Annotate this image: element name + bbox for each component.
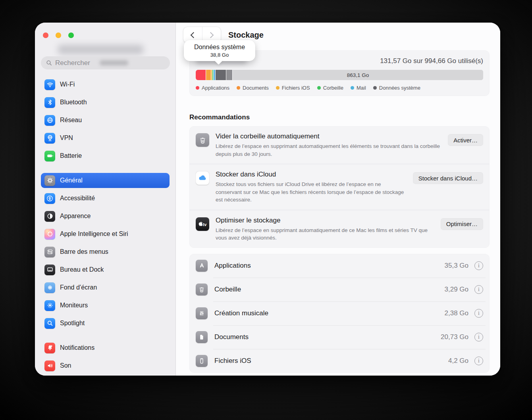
- apple-tv-icon: tv: [196, 217, 209, 231]
- desktop-dock-icon: [44, 265, 55, 275]
- recommendation-store-in-icloud: Stocker dans iCloud Stockez tous vos fic…: [189, 164, 490, 210]
- sidebar-group-alerts: Notifications Son: [41, 340, 170, 373]
- sidebar-item-fond-decran[interactable]: Fond d’écran: [41, 280, 170, 295]
- sidebar-item-label: Apparence: [60, 213, 91, 220]
- category-size: 4,2 Go: [448, 357, 468, 365]
- displays-icon: [44, 300, 55, 311]
- category-label: Création musicale: [214, 309, 445, 317]
- storage-segment-free[interactable]: 863,1 Go: [233, 70, 483, 80]
- category-label: Fichiers iOS: [214, 357, 448, 365]
- activer-button[interactable]: Activer…: [448, 134, 483, 146]
- document-icon: [196, 331, 208, 343]
- storage-segment-donnees-systeme[interactable]: [216, 70, 226, 80]
- info-icon[interactable]: i: [474, 285, 483, 294]
- storage-segment-tooltip: Données système 38,8 Go: [184, 40, 255, 61]
- sidebar-item-vpn[interactable]: VPN: [41, 130, 170, 146]
- legend-item-mail: Mail: [351, 85, 366, 91]
- sidebar-item-moniteurs[interactable]: Moniteurs: [41, 298, 170, 313]
- legend-dot: [351, 86, 354, 90]
- sidebar-item-notifications[interactable]: Notifications: [41, 340, 170, 355]
- sidebar-item-apparence[interactable]: Apparence: [41, 209, 170, 224]
- recommendation-title: Stocker dans iCloud: [216, 171, 407, 178]
- category-row-corbeille: Corbeille 3,29 Go i: [189, 278, 490, 301]
- category-row-applications: Applications 35,3 Go i: [189, 254, 490, 278]
- bluetooth-icon: [44, 97, 55, 108]
- sidebar-item-label: Barre des menus: [60, 248, 108, 255]
- sidebar-item-spotlight[interactable]: Spotlight: [41, 316, 170, 331]
- trash-icon: [196, 284, 208, 295]
- sidebar-item-reseau[interactable]: Réseau: [41, 113, 170, 128]
- sidebar-group-connectivity: Wi-Fi Bluetooth Ré: [41, 77, 170, 163]
- sidebar-item-label: Moniteurs: [60, 302, 88, 309]
- recommendation-optimize-storage: tv Optimiser le stockage Libérez de l’es…: [189, 210, 490, 248]
- sidebar-item-barre-des-menus[interactable]: Barre des menus: [41, 244, 170, 259]
- optimiser-button[interactable]: Optimiser…: [441, 218, 483, 230]
- sidebar-item-apple-intelligence[interactable]: Apple Intelligence et Siri: [41, 226, 170, 242]
- recommendation-description: Libérez de l’espace en supprimant automa…: [216, 142, 442, 158]
- music-creation-icon: [196, 307, 208, 319]
- system-settings-window: Wi-Fi Bluetooth Ré: [35, 23, 500, 376]
- sidebar-item-son[interactable]: Son: [41, 358, 170, 373]
- legend-dot: [196, 86, 199, 90]
- trash-icon: [196, 133, 209, 147]
- apple-intelligence-icon: [44, 229, 55, 240]
- zoom-button[interactable]: [68, 33, 74, 38]
- info-icon[interactable]: i: [474, 261, 483, 270]
- sidebar-item-label: Général: [60, 177, 83, 184]
- sidebar-item-label: Accessibilité: [60, 195, 95, 202]
- search-bar: [41, 56, 170, 69]
- sidebar-item-bluetooth[interactable]: Bluetooth: [41, 95, 170, 110]
- legend-item-corbeille: Corbeille: [317, 85, 343, 91]
- recommendations-card: Vider la corbeille automatiquement Libér…: [189, 126, 490, 248]
- legend-dot: [237, 86, 240, 90]
- recommendation-title: Vider la corbeille automatiquement: [216, 132, 442, 140]
- search-input[interactable]: [41, 56, 170, 69]
- info-icon[interactable]: i: [474, 309, 483, 318]
- sidebar-nav: Wi-Fi Bluetooth Ré: [41, 77, 170, 373]
- sidebar-item-wifi[interactable]: Wi-Fi: [41, 77, 170, 92]
- sidebar-item-label: Spotlight: [60, 320, 85, 327]
- window-controls: [43, 33, 74, 38]
- main-pane: Stockage Données système 38,8 Go 131,57 …: [176, 23, 500, 376]
- category-label: Corbeille: [214, 286, 445, 293]
- menu-bar-icon: [44, 247, 55, 257]
- info-icon[interactable]: i: [474, 333, 483, 341]
- stocker-dans-icloud-button[interactable]: Stocker dans iCloud…: [413, 172, 483, 184]
- legend-dot: [276, 86, 279, 90]
- legend-dot: [373, 86, 377, 90]
- storage-segment-applications[interactable]: [196, 70, 206, 80]
- recommendation-title: Optimiser le stockage: [216, 217, 435, 224]
- category-size: 20,73 Go: [441, 333, 468, 341]
- svg-text:tv: tv: [203, 222, 206, 227]
- close-button[interactable]: [43, 33, 48, 38]
- storage-segment-autre[interactable]: [226, 70, 233, 80]
- sidebar-item-accessibilite[interactable]: Accessibilité: [41, 191, 170, 206]
- sidebar-item-label: Bluetooth: [60, 99, 87, 106]
- sidebar-group-system: Général Accessibilité: [41, 173, 170, 331]
- tooltip-value: 38,8 Go: [188, 52, 251, 58]
- minimize-button[interactable]: [56, 33, 61, 38]
- sidebar: Wi-Fi Bluetooth Ré: [35, 23, 176, 376]
- recommendation-description: Libérez de l’espace en supprimant automa…: [216, 226, 435, 242]
- category-size: 35,3 Go: [445, 262, 469, 270]
- appearance-icon: [44, 211, 55, 222]
- sidebar-item-label: Batterie: [60, 152, 82, 159]
- network-globe-icon: [44, 115, 55, 126]
- legend-dot: [317, 86, 321, 90]
- wallpaper-icon: [44, 282, 55, 293]
- legend-item-documents: Documents: [237, 85, 269, 91]
- free-space-label: 863,1 Go: [347, 72, 369, 78]
- storage-legend: Applications Documents Fichiers iOS Corb…: [196, 85, 483, 91]
- sidebar-item-bureau-et-dock[interactable]: Bureau et Dock: [41, 262, 170, 277]
- storage-segment-documents[interactable]: [206, 70, 211, 80]
- sidebar-item-batterie[interactable]: Batterie: [41, 148, 170, 163]
- category-row-fichiers-ios: Fichiers iOS 4,2 Go i: [189, 349, 490, 373]
- accessibility-icon: [44, 193, 55, 204]
- category-label: Documents: [214, 333, 441, 341]
- sidebar-item-general[interactable]: Général: [41, 173, 170, 188]
- sidebar-item-label: Bureau et Dock: [60, 266, 104, 273]
- recommendation-description: Stockez tous vos fichiers sur iCloud Dri…: [216, 180, 407, 204]
- wifi-icon: [44, 79, 55, 90]
- info-icon[interactable]: i: [474, 357, 483, 365]
- sidebar-item-label: Apple Intelligence et Siri: [60, 230, 128, 238]
